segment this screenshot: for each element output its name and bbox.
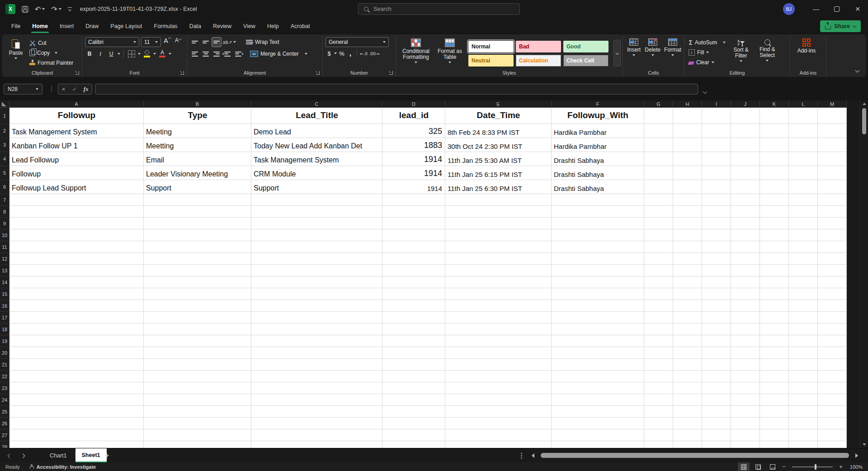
cell-D26[interactable] bbox=[382, 418, 445, 429]
cell-A18[interactable] bbox=[9, 324, 144, 335]
cell-G22[interactable] bbox=[644, 371, 673, 382]
zoom-out-button[interactable]: − bbox=[781, 463, 787, 470]
chevron-down-icon[interactable] bbox=[233, 41, 236, 43]
cell-I12[interactable] bbox=[702, 253, 731, 265]
cell-J23[interactable] bbox=[731, 382, 760, 394]
cell-J15[interactable] bbox=[731, 288, 760, 300]
styles-gallery-more-button[interactable] bbox=[613, 40, 621, 67]
cell-B5[interactable]: Leader Visionary Meeting bbox=[144, 166, 251, 180]
cell-G10[interactable] bbox=[644, 229, 673, 241]
cell-D5[interactable]: 1914 bbox=[382, 166, 445, 180]
cell-H26[interactable] bbox=[673, 418, 702, 429]
cell-G6[interactable] bbox=[644, 180, 673, 194]
page-layout-view-button[interactable] bbox=[752, 462, 764, 471]
cell-D24[interactable] bbox=[382, 394, 445, 406]
cell-I4[interactable] bbox=[702, 152, 731, 166]
share-button[interactable]: Share bbox=[820, 20, 861, 32]
cell-I23[interactable] bbox=[702, 382, 731, 394]
style-good[interactable]: Good bbox=[563, 41, 609, 52]
cell-M14[interactable] bbox=[818, 276, 847, 288]
cell-H17[interactable] bbox=[673, 312, 702, 324]
cell-H23[interactable] bbox=[673, 382, 702, 394]
cell-M17[interactable] bbox=[818, 312, 847, 324]
cell-A3[interactable]: Kanban Follow UP 1 bbox=[9, 138, 144, 152]
cell-L27[interactable] bbox=[789, 429, 818, 441]
cell-F27[interactable] bbox=[552, 429, 644, 441]
cell-J21[interactable] bbox=[731, 359, 760, 371]
cell-D25[interactable] bbox=[382, 406, 445, 418]
accounting-format-button[interactable]: $ bbox=[326, 49, 333, 58]
cell-D13[interactable] bbox=[382, 265, 445, 276]
cell-J18[interactable] bbox=[731, 324, 760, 335]
cell-D27[interactable] bbox=[382, 429, 445, 441]
ribbon-tab-review[interactable]: Review bbox=[207, 18, 237, 34]
cell-J19[interactable] bbox=[731, 335, 760, 347]
cell-K7[interactable] bbox=[760, 194, 789, 206]
cell-F24[interactable] bbox=[552, 394, 644, 406]
cell-E22[interactable] bbox=[445, 371, 552, 382]
chevron-down-icon[interactable] bbox=[118, 53, 120, 55]
cell-K26[interactable] bbox=[760, 418, 789, 429]
row-header-11[interactable]: 11 bbox=[0, 241, 9, 253]
cell-F6[interactable]: Drashti Sabhaya bbox=[552, 180, 644, 194]
cell-B10[interactable] bbox=[144, 229, 251, 241]
cell-J9[interactable] bbox=[731, 218, 760, 229]
column-header-C[interactable]: C bbox=[251, 100, 382, 108]
style-normal[interactable]: Normal bbox=[468, 41, 514, 52]
autosum-button[interactable]: Σ AutoSum bbox=[687, 38, 727, 47]
cell-I7[interactable] bbox=[702, 194, 731, 206]
sort-filter-button[interactable]: AZ Sort & Filter bbox=[729, 38, 753, 69]
column-header-E[interactable]: E bbox=[445, 100, 552, 108]
cell-D19[interactable] bbox=[382, 335, 445, 347]
cell-E9[interactable] bbox=[445, 218, 552, 229]
previous-sheet-icon[interactable] bbox=[8, 453, 12, 458]
cell-G9[interactable] bbox=[644, 218, 673, 229]
cell-A19[interactable] bbox=[9, 335, 144, 347]
cell-E17[interactable] bbox=[445, 312, 552, 324]
formula-input[interactable] bbox=[95, 84, 698, 95]
cell-K12[interactable] bbox=[760, 253, 789, 265]
cell-H28[interactable] bbox=[673, 441, 702, 448]
cell-A22[interactable] bbox=[9, 371, 144, 382]
zoom-slider[interactable] bbox=[792, 466, 833, 467]
cell-D21[interactable] bbox=[382, 359, 445, 371]
cell-L8[interactable] bbox=[789, 206, 818, 218]
cell-B25[interactable] bbox=[144, 406, 251, 418]
cell-M16[interactable] bbox=[818, 300, 847, 312]
cell-H6[interactable] bbox=[673, 180, 702, 194]
cell-B6[interactable]: Support bbox=[144, 180, 251, 194]
cell-M3[interactable] bbox=[818, 138, 847, 152]
cell-H7[interactable] bbox=[673, 194, 702, 206]
cell-B24[interactable] bbox=[144, 394, 251, 406]
cell-M19[interactable] bbox=[818, 335, 847, 347]
cell-L14[interactable] bbox=[789, 276, 818, 288]
scroll-right-icon[interactable] bbox=[855, 453, 858, 458]
redo-caret[interactable] bbox=[59, 8, 61, 10]
cell-K9[interactable] bbox=[760, 218, 789, 229]
cell-A1[interactable]: Followup bbox=[9, 108, 144, 124]
search-box[interactable] bbox=[358, 3, 520, 15]
cell-G11[interactable] bbox=[644, 241, 673, 253]
row-header-10[interactable]: 10 bbox=[0, 229, 9, 241]
cell-F5[interactable]: Drashti Sabhaya bbox=[552, 166, 644, 180]
cell-K8[interactable] bbox=[760, 206, 789, 218]
cell-J27[interactable] bbox=[731, 429, 760, 441]
conditional-formatting-button[interactable]: Conditional Formatting bbox=[399, 37, 433, 69]
cell-G7[interactable] bbox=[644, 194, 673, 206]
cell-C4[interactable]: Task Management System bbox=[251, 152, 382, 166]
cell-G18[interactable] bbox=[644, 324, 673, 335]
cell-H4[interactable] bbox=[673, 152, 702, 166]
cell-F23[interactable] bbox=[552, 382, 644, 394]
cell-C1[interactable]: Lead_Title bbox=[251, 108, 382, 124]
cell-I1[interactable] bbox=[702, 108, 731, 124]
cell-E5[interactable]: 11th Jan 25 6:15 PM IST bbox=[445, 166, 552, 180]
vertical-scrollbar-thumb[interactable] bbox=[862, 108, 866, 134]
next-sheet-icon[interactable] bbox=[21, 453, 25, 458]
cell-F19[interactable] bbox=[552, 335, 644, 347]
cell-K25[interactable] bbox=[760, 406, 789, 418]
cell-I22[interactable] bbox=[702, 371, 731, 382]
cell-J22[interactable] bbox=[731, 371, 760, 382]
cell-D8[interactable] bbox=[382, 206, 445, 218]
cell-L22[interactable] bbox=[789, 371, 818, 382]
cell-L20[interactable] bbox=[789, 347, 818, 359]
